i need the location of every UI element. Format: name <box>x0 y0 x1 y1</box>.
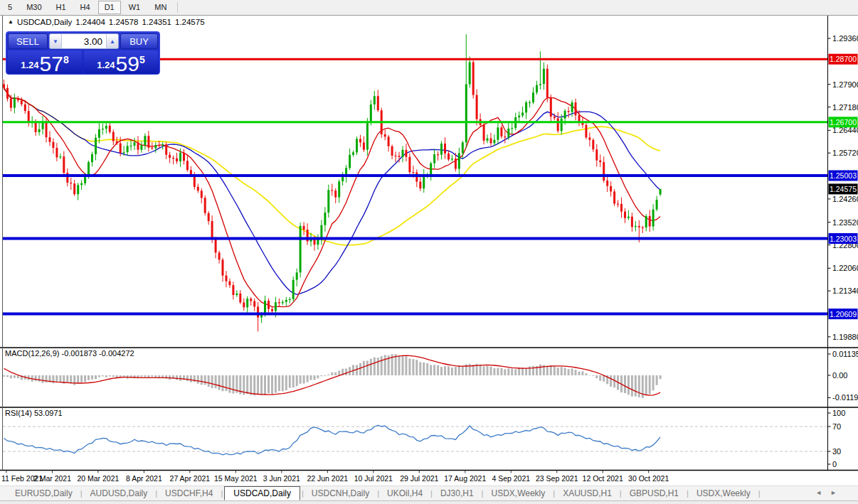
buy-button[interactable]: BUY <box>120 33 158 49</box>
date-tick-label: 10 Jul 2021 <box>354 474 393 483</box>
chart-tab-bar: EURUSD,Daily|AUDUSD,Daily|USDCHF,H4|USDC… <box>0 486 858 500</box>
sell-price-big: 57 <box>40 55 63 73</box>
buy-price-sup: 5 <box>139 55 145 64</box>
tab-separator: | <box>302 489 304 498</box>
mt4-window: 5M30H1H4D1W1MN 1.293601.279001.271801.26… <box>0 0 858 504</box>
tab-audusd-daily[interactable]: AUDUSD,Daily <box>84 487 154 500</box>
volume-stepper: ▼ ▲ <box>49 33 119 49</box>
down-arrow-icon: ▼ <box>53 38 58 45</box>
rsi-tick-label: 30 <box>832 447 841 456</box>
toolbar-separator <box>177 2 178 13</box>
tab-gbpusd-h1[interactable]: GBPUSD,H1 <box>623 487 685 500</box>
price-tick-label: 1.23520 <box>832 218 858 227</box>
macd-indicator-label: MACD(12,26,9) -0.001873 -0.004272 <box>5 349 134 358</box>
tab-separator: | <box>620 489 622 498</box>
volume-input[interactable] <box>62 34 106 48</box>
price-tick-label: 1.21340 <box>832 286 858 295</box>
timeframe-toolbar: 5M30H1H4D1W1MN <box>0 0 858 15</box>
sell-price-prefix: 1.24 <box>21 58 38 73</box>
tab-dj30-h1[interactable]: DJ30,H1 <box>434 487 480 500</box>
tab-scroll-right-icon[interactable]: ► <box>830 489 837 496</box>
tab-separator: | <box>80 489 83 498</box>
tab-usdx-weekly[interactable]: USDX,Weekly <box>484 487 551 500</box>
timeframe-button-5[interactable]: 5 <box>1 1 18 14</box>
tab-separator: | <box>482 489 484 498</box>
volume-decrease-button[interactable]: ▼ <box>50 34 62 48</box>
date-tick-label: 3 Jun 2021 <box>263 474 300 483</box>
date-tick-label: 17 Aug 2021 <box>444 474 486 483</box>
macd-tick-label: 0.00 <box>832 371 847 380</box>
sell-button[interactable]: SELL <box>8 33 48 49</box>
date-tick-label: 29 Jul 2021 <box>400 474 438 483</box>
rsi-tick-label: 70 <box>832 422 841 431</box>
collapse-triangle-icon[interactable]: ▲ <box>8 18 14 25</box>
chart-ohlc-header: ▲ USDCAD,Daily 1.24404 1.24578 1.24351 1… <box>8 18 205 26</box>
date-tick-label: 30 Oct 2021 <box>628 474 669 483</box>
status-strip <box>0 500 858 504</box>
tab-separator: | <box>430 489 433 498</box>
tab-usdcad-daily[interactable]: USDCAD,Daily <box>224 486 300 500</box>
tab-separator: | <box>155 489 157 498</box>
timeframe-button-w1[interactable]: W1 <box>122 1 147 14</box>
tab-usdx-weekly[interactable]: USDX,Weekly <box>690 487 757 500</box>
price-tick-label: 1.25720 <box>832 149 858 157</box>
timeframe-button-d1[interactable]: D1 <box>98 1 121 14</box>
timeframe-button-m30[interactable]: M30 <box>20 1 48 14</box>
buy-price-prefix: 1.24 <box>97 58 115 73</box>
tab-separator: | <box>687 489 689 498</box>
sell-price-display[interactable]: 1.24578 <box>8 50 82 74</box>
up-arrow-icon: ▲ <box>110 38 115 45</box>
ohlc-close: 1.24575 <box>175 18 205 26</box>
level-price-badge-text: 1.20609 <box>830 310 857 318</box>
price-tick-label: 1.27900 <box>832 80 858 89</box>
buy-price-display[interactable]: 1.24595 <box>84 50 158 74</box>
date-tick-label: 22 Jun 2021 <box>307 474 348 483</box>
price-tick-label: 1.22060 <box>832 264 858 272</box>
sell-price-sup: 8 <box>63 55 69 64</box>
date-tick-label: 23 Sep 2021 <box>536 474 578 483</box>
current-price-badge-text: 1.24575 <box>830 185 857 193</box>
tab-eurusd-daily[interactable]: EURUSD,Daily <box>9 487 79 500</box>
date-tick-label: 20 Mar 2021 <box>77 474 119 483</box>
tab-ukoil-h4[interactable]: UKOil,H4 <box>381 487 429 500</box>
tab-separator: | <box>377 489 379 498</box>
price-chart-canvas[interactable]: 1.293601.279001.271801.264401.257201.242… <box>0 0 858 504</box>
date-tick-label: 2 Mar 2021 <box>33 474 71 483</box>
one-click-trading-panel: SELL ▼ ▲ BUY 1.24578 1.24595 <box>6 31 160 75</box>
rsi-tick-label: 100 <box>832 409 845 417</box>
date-tick-label: 8 Apr 2021 <box>126 474 162 483</box>
timeframe-button-mn[interactable]: MN <box>148 1 173 14</box>
rsi-tick-label: 0 <box>832 460 837 468</box>
price-tick-label: 1.27180 <box>832 103 858 112</box>
chart-background <box>0 16 858 486</box>
date-tick-label: 15 May 2021 <box>214 474 258 483</box>
level-price-badge-text: 1.25003 <box>830 171 857 180</box>
volume-increase-button[interactable]: ▲ <box>106 34 118 48</box>
ohlc-high: 1.24578 <box>109 18 139 26</box>
chart-symbol-label: USDCAD,Daily <box>17 18 72 26</box>
tab-separator: | <box>758 489 761 498</box>
tab-usdchf-h4[interactable]: USDCHF,H4 <box>159 487 219 500</box>
macd-tick-label: -0.01190 <box>832 393 858 402</box>
price-tick-label: 1.19880 <box>832 333 858 341</box>
buy-price-big: 59 <box>116 55 139 73</box>
date-tick-label: 27 Apr 2021 <box>170 474 211 483</box>
ohlc-low: 1.24351 <box>142 18 171 26</box>
price-tick-label: 1.29360 <box>832 34 858 43</box>
tab-separator: | <box>553 489 555 498</box>
ohlc-open: 1.24404 <box>75 18 105 26</box>
tab-separator: | <box>221 489 223 498</box>
level-price-badge-text: 1.26700 <box>830 118 857 127</box>
price-tick-label: 1.24260 <box>832 195 858 203</box>
timeframe-button-h1[interactable]: H1 <box>50 1 73 14</box>
tab-xauusd-h1[interactable]: XAUUSD,H1 <box>556 487 618 500</box>
level-price-badge-text: 1.28700 <box>830 55 857 63</box>
timeframe-button-h4[interactable]: H4 <box>74 1 97 14</box>
tab-usdcnh-daily[interactable]: USDCNH,Daily <box>305 487 376 500</box>
tab-scroll-left-icon[interactable]: ◄ <box>815 489 822 496</box>
rsi-indicator-label: RSI(14) 53.0971 <box>5 409 63 417</box>
date-tick-label: 12 Oct 2021 <box>583 474 623 483</box>
date-tick-label: 4 Sep 2021 <box>492 474 530 483</box>
level-price-badge-text: 1.23003 <box>830 235 857 243</box>
macd-tick-label: 0.01135 <box>832 350 858 358</box>
